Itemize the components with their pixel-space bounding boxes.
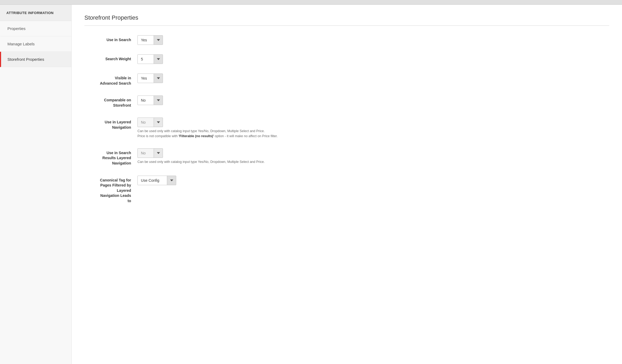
help-text-bold: 'Filterable (no results)' [179, 134, 214, 138]
chevron-down-icon [157, 121, 160, 124]
label-use-in-search-results-layered-navigation: Use in SearchResults LayeredNavigation [84, 148, 137, 166]
sidebar-item-properties[interactable]: Properties [0, 21, 71, 36]
select-arrow-visible-in-advanced-search[interactable] [154, 74, 163, 83]
chevron-down-icon [157, 151, 160, 155]
chevron-down-icon [157, 77, 160, 80]
control-comparable-on-storefront: No [137, 96, 609, 105]
top-bar [0, 0, 622, 5]
control-canonical-tag-pages: Use Config [137, 176, 609, 185]
sidebar-item-storefront-properties[interactable]: Storefront Properties [0, 52, 71, 67]
label-use-in-search: Use in Search [84, 35, 137, 43]
control-visible-in-advanced-search: Yes [137, 73, 609, 83]
sidebar: ATTRIBUTE INFORMATION Properties Manage … [0, 5, 72, 364]
main-content: Storefront Properties Use in Search Yes … [72, 5, 622, 364]
chevron-down-icon [157, 99, 160, 102]
svg-marker-2 [157, 77, 160, 79]
svg-marker-0 [157, 39, 160, 41]
control-use-in-search-results-layered-navigation: No Can be used only with catalog input t… [137, 148, 609, 164]
select-arrow-use-in-search-results-layered-navigation[interactable] [154, 149, 163, 158]
select-use-in-layered-navigation[interactable]: No [137, 118, 163, 127]
label-use-in-layered-navigation: Use in LayeredNavigation [84, 118, 137, 130]
select-arrow-use-in-layered-navigation[interactable] [154, 118, 163, 127]
control-search-weight: 5 [137, 54, 609, 64]
chevron-down-icon [170, 179, 173, 182]
help-text-use-in-search-results-layered-navigation: Can be used only with catalog input type… [137, 159, 297, 164]
select-use-in-search-results-layered-navigation[interactable]: No [137, 148, 163, 158]
sidebar-item-manage-labels[interactable]: Manage Labels [0, 36, 71, 52]
select-arrow-canonical-tag-pages[interactable] [167, 176, 176, 185]
select-canonical-tag-pages[interactable]: Use Config [137, 176, 176, 185]
select-search-weight[interactable]: 5 [137, 54, 163, 64]
select-arrow-search-weight[interactable] [154, 55, 163, 64]
field-search-weight: Search Weight 5 [84, 54, 609, 64]
select-value-search-weight: 5 [138, 55, 154, 63]
section-divider [84, 25, 609, 26]
select-value-canonical-tag-pages: Use Config [138, 176, 167, 184]
field-comparable-on-storefront: Comparable onStorefront No [84, 96, 609, 108]
field-visible-in-advanced-search: Visible inAdvanced Search Yes [84, 73, 609, 86]
svg-marker-5 [157, 152, 160, 154]
page-container: ATTRIBUTE INFORMATION Properties Manage … [0, 5, 622, 364]
select-value-use-in-search-results-layered-navigation: No [138, 149, 154, 157]
sidebar-section-header: ATTRIBUTE INFORMATION [0, 5, 71, 21]
help-text-use-in-layered-navigation: Can be used only with catalog input type… [137, 129, 297, 139]
chevron-down-icon [157, 38, 160, 42]
field-canonical-tag-pages: Canonical Tag forPages Filtered byLayere… [84, 176, 609, 204]
label-visible-in-advanced-search: Visible inAdvanced Search [84, 73, 137, 86]
label-comparable-on-storefront: Comparable onStorefront [84, 96, 137, 108]
chevron-down-icon [157, 58, 160, 61]
select-arrow-use-in-search[interactable] [154, 36, 163, 45]
select-value-use-in-search: Yes [138, 36, 154, 44]
field-use-in-search-results-layered-navigation: Use in SearchResults LayeredNavigation N… [84, 148, 609, 166]
field-use-in-layered-navigation: Use in LayeredNavigation No Can be used … [84, 118, 609, 139]
label-canonical-tag-pages: Canonical Tag forPages Filtered byLayere… [84, 176, 137, 204]
select-value-use-in-layered-navigation: No [138, 118, 154, 126]
label-search-weight: Search Weight [84, 54, 137, 62]
select-use-in-search[interactable]: Yes [137, 35, 163, 45]
select-value-comparable-on-storefront: No [138, 96, 154, 104]
select-arrow-comparable-on-storefront[interactable] [154, 96, 163, 105]
select-visible-in-advanced-search[interactable]: Yes [137, 73, 163, 83]
svg-marker-6 [170, 179, 173, 181]
select-comparable-on-storefront[interactable]: No [137, 96, 163, 105]
control-use-in-search: Yes [137, 35, 609, 45]
select-value-visible-in-advanced-search: Yes [138, 74, 154, 82]
field-use-in-search: Use in Search Yes [84, 35, 609, 45]
svg-marker-1 [157, 58, 160, 60]
control-use-in-layered-navigation: No Can be used only with catalog input t… [137, 118, 609, 139]
section-title: Storefront Properties [84, 14, 609, 21]
sidebar-section-title: ATTRIBUTE INFORMATION [6, 11, 54, 15]
svg-marker-4 [157, 122, 160, 123]
svg-marker-3 [157, 99, 160, 101]
